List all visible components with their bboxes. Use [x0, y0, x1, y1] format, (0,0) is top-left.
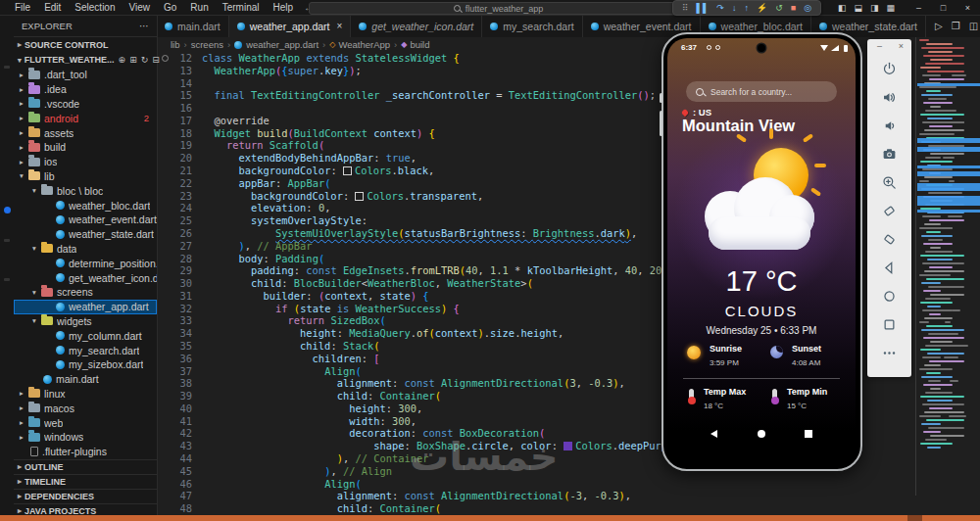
home-button[interactable]: [867, 282, 911, 310]
menu-edit[interactable]: Edit: [37, 2, 68, 13]
tree-item-.dart_tool[interactable]: ▸.dart_tool: [14, 68, 157, 82]
tree-item-weather_state.dart[interactable]: weather_state.dart: [14, 227, 157, 242]
stop-icon[interactable]: ■: [791, 2, 796, 15]
panel-right-icon[interactable]: ◨: [870, 3, 879, 13]
menu-selection[interactable]: Selection: [68, 2, 122, 13]
pause-icon[interactable]: ▌▌: [697, 2, 710, 15]
menu-help[interactable]: Help: [267, 2, 301, 13]
tree-item-assets[interactable]: ▸assets: [14, 125, 157, 140]
line-number[interactable]: 15: [157, 89, 202, 102]
step-into-icon[interactable]: ↓: [732, 2, 737, 15]
menu-run[interactable]: Run: [183, 2, 215, 13]
line-number[interactable]: 14: [157, 77, 202, 90]
run-icon[interactable]: ▷: [935, 21, 943, 31]
tree-item-ios[interactable]: ▸ios: [14, 155, 157, 169]
code-line-45[interactable]: 45 ), // Align: [157, 465, 980, 478]
status-bar[interactable]: [0, 515, 980, 521]
line-number[interactable]: 44: [157, 452, 202, 465]
line-number[interactable]: 45: [157, 465, 202, 478]
menu-terminal[interactable]: Terminal: [216, 2, 267, 13]
tree-item-android[interactable]: ▸android2: [14, 111, 157, 125]
minimize-button[interactable]: –: [877, 41, 882, 55]
line-number[interactable]: 25: [157, 214, 202, 227]
phone-screen[interactable]: 6:37 Search for a country... : US Mounta…: [667, 38, 856, 464]
line-number[interactable]: 48: [157, 502, 202, 515]
step-over-icon[interactable]: ↷: [716, 2, 724, 15]
tree-item-blocbloc[interactable]: ▾bloc \ bloc: [14, 183, 157, 198]
line-number[interactable]: 30: [157, 277, 202, 290]
line-number[interactable]: 28: [157, 253, 202, 265]
close-button[interactable]: ×: [899, 41, 904, 55]
minimize-button[interactable]: –: [906, 3, 931, 13]
rotate-right-button[interactable]: [867, 225, 911, 254]
refresh-icon[interactable]: ↻: [141, 55, 149, 65]
more-button[interactable]: [867, 339, 911, 367]
tree-item-my_sizebox.dart[interactable]: my_sizebox.dart: [14, 357, 157, 372]
tree-item-widgets[interactable]: ▾widgets: [14, 314, 157, 329]
devtools-icon[interactable]: ◎: [804, 2, 811, 15]
code-line-48[interactable]: 48 child: Container(: [157, 502, 980, 515]
power-button[interactable]: [867, 55, 911, 83]
tab-weather_app.dart[interactable]: weather_app.dart×: [229, 15, 352, 37]
tree-item-lib[interactable]: ▾lib: [14, 169, 157, 184]
restart-icon[interactable]: ↺: [775, 2, 783, 15]
breadcrumb-item[interactable]: screens: [191, 39, 223, 50]
menu-file[interactable]: File: [8, 2, 37, 13]
menu-view[interactable]: View: [122, 2, 158, 13]
nav-overview-button[interactable]: [805, 430, 812, 438]
nav-back-button[interactable]: [710, 430, 717, 438]
panel-left-icon[interactable]: ◧: [838, 3, 847, 13]
step-out-icon[interactable]: ↑: [744, 2, 749, 15]
tab-main.dart[interactable]: main.dart: [157, 15, 229, 37]
line-number[interactable]: 40: [157, 403, 202, 415]
breadcrumb-item[interactable]: WeatherApp: [338, 39, 390, 50]
tree-item-weather_event.dart[interactable]: weather_event.dart: [14, 213, 157, 227]
line-number[interactable]: 23: [157, 190, 202, 203]
line-number[interactable]: 34: [157, 327, 202, 340]
tree-item-get_weather_icon.dart[interactable]: get_weather_icon.dart: [14, 270, 157, 285]
line-number[interactable]: 43: [157, 440, 202, 452]
line-number[interactable]: 39: [157, 390, 202, 403]
tree-item-windows[interactable]: ▸windows: [14, 430, 157, 445]
tree-item-weather_bloc.dart[interactable]: weather_bloc.dart: [14, 198, 157, 213]
breadcrumb-item[interactable]: build: [410, 39, 429, 50]
line-number[interactable]: 41: [157, 415, 202, 428]
tree-item-build[interactable]: ▸build: [14, 140, 157, 155]
overview-button[interactable]: [867, 310, 911, 339]
tree-item-main.dart[interactable]: main.dart: [14, 372, 157, 387]
line-number[interactable]: 42: [157, 427, 202, 440]
line-number[interactable]: 32: [157, 303, 202, 315]
line-number[interactable]: 16: [157, 102, 202, 115]
tree-item-my_search.dart[interactable]: my_search.dart: [14, 343, 157, 357]
line-number[interactable]: 38: [157, 377, 202, 390]
line-number[interactable]: 47: [157, 490, 202, 502]
line-number[interactable]: 26: [157, 227, 202, 240]
line-number[interactable]: 46: [157, 478, 202, 491]
camera-button[interactable]: [867, 140, 911, 168]
line-number[interactable]: 29: [157, 264, 202, 277]
line-number[interactable]: 37: [157, 365, 202, 378]
zoom-in-button[interactable]: [867, 168, 911, 197]
volume-up-button[interactable]: [867, 83, 911, 112]
section-dependencies[interactable]: ▸DEPENDENCIES: [14, 489, 157, 503]
tree-item-data[interactable]: ▾data: [14, 242, 157, 257]
section-outline[interactable]: ▸OUTLINE: [14, 459, 157, 474]
minimap[interactable]: [917, 39, 980, 470]
line-number[interactable]: 21: [157, 165, 202, 177]
tree-item-.vscode[interactable]: ▸.vscode: [14, 97, 157, 112]
nav-home-button[interactable]: [758, 430, 765, 438]
tree-item-macos[interactable]: ▸macos: [14, 401, 157, 415]
line-number[interactable]: 27: [157, 240, 202, 253]
breadcrumb-item[interactable]: lib: [171, 39, 180, 50]
new-file-icon[interactable]: ⊕: [119, 55, 126, 65]
breadcrumb-item[interactable]: weather_app.dart: [246, 39, 318, 50]
close-icon[interactable]: ×: [337, 21, 343, 31]
collapse-all-icon[interactable]: ⊟: [152, 55, 160, 65]
line-number[interactable]: 19: [157, 139, 202, 152]
explorer-more-icon[interactable]: ⋯: [139, 21, 149, 31]
tree-item-my_column.dart[interactable]: my_column.dart: [14, 328, 157, 343]
line-number[interactable]: 24: [157, 202, 202, 214]
line-number[interactable]: 13: [157, 65, 202, 77]
line-number[interactable]: 20: [157, 152, 202, 165]
section-timeline[interactable]: ▸TIMELINE: [14, 474, 157, 489]
